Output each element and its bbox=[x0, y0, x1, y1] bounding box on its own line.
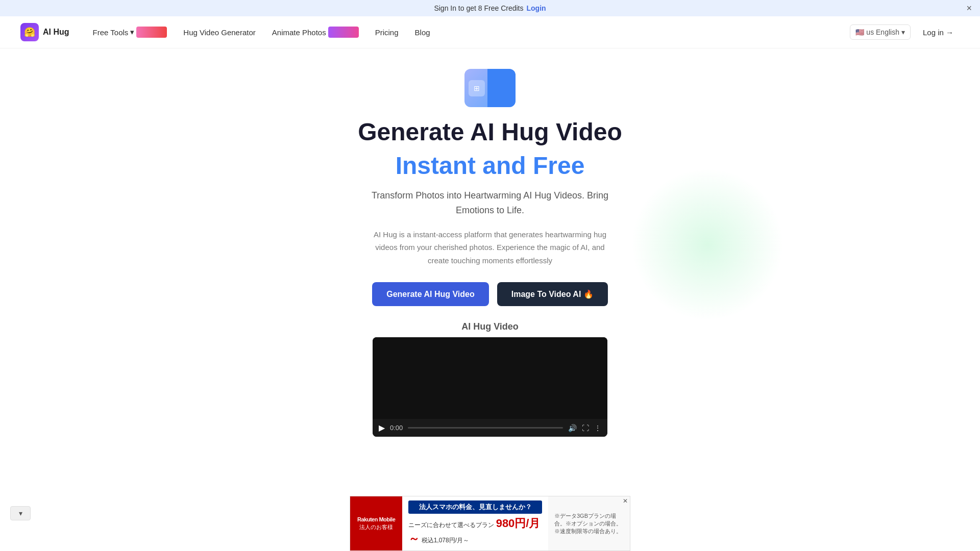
nav-animate-photos[interactable]: Animate Photos bbox=[265, 22, 366, 42]
nav-right: 🇺🇸 us English ▾ Log in → bbox=[850, 24, 960, 40]
hero-title-line1: Generate AI Hug Video bbox=[358, 117, 622, 147]
chevron-down-icon: ▾ bbox=[901, 28, 905, 36]
generate-hug-video-button[interactable]: Generate AI Hug Video bbox=[372, 282, 488, 306]
banner-login-link[interactable]: Login bbox=[526, 4, 546, 12]
nav-pricing[interactable]: Pricing bbox=[368, 24, 406, 41]
language-selector[interactable]: 🇺🇸 us English ▾ bbox=[850, 24, 911, 40]
logo-area[interactable]: 🤗 AI Hug bbox=[20, 23, 69, 41]
video-play-button[interactable]: ▶ bbox=[379, 423, 385, 433]
video-volume-button[interactable]: 🔊 bbox=[568, 424, 577, 432]
video-more-button[interactable]: ⋮ bbox=[594, 424, 601, 432]
video-section: AI Hug Video ▶ 0:00 🔊 ⛶ ⋮ bbox=[373, 321, 607, 437]
top-banner: Sign In to get 8 Free Credits Login × bbox=[0, 0, 980, 16]
video-fullscreen-button[interactable]: ⛶ bbox=[582, 424, 589, 432]
banner-text: Sign In to get 8 Free Credits bbox=[434, 4, 523, 12]
logo-text: AI Hug bbox=[43, 28, 69, 37]
video-progress-bar[interactable] bbox=[408, 427, 563, 429]
hero-buttons: Generate AI Hug Video Image To Video AI … bbox=[372, 282, 608, 306]
nav-links: Free Tools ▾ Hug Video Generator Animate… bbox=[86, 22, 846, 42]
navbar: 🤗 AI Hug Free Tools ▾ Hug Video Generato… bbox=[0, 16, 980, 48]
free-tools-badge bbox=[136, 27, 167, 38]
login-button[interactable]: Log in → bbox=[917, 25, 960, 40]
animate-photos-badge bbox=[328, 27, 359, 38]
hero-logo: ⊞ bbox=[464, 69, 516, 107]
chevron-down-icon: ▾ bbox=[130, 28, 134, 37]
hero-subtitle: Transform Photos into Heartwarming AI Hu… bbox=[362, 188, 618, 218]
video-time: 0:00 bbox=[390, 424, 403, 432]
video-screen bbox=[373, 337, 607, 419]
hero-title-line2: Instant and Free bbox=[396, 151, 585, 181]
logo-icon: 🤗 bbox=[20, 23, 39, 41]
flag-icon: 🇺🇸 bbox=[855, 28, 864, 36]
video-label: AI Hug Video bbox=[373, 321, 607, 332]
banner-close-button[interactable]: × bbox=[966, 4, 972, 13]
nav-hug-video[interactable]: Hug Video Generator bbox=[176, 24, 262, 41]
video-controls: ▶ 0:00 🔊 ⛶ ⋮ bbox=[373, 419, 607, 437]
nav-free-tools[interactable]: Free Tools ▾ bbox=[86, 22, 175, 42]
hero-description: AI Hug is a instant-access platform that… bbox=[368, 228, 612, 267]
hero-logo-left-icon: ⊞ bbox=[469, 80, 485, 96]
image-to-video-button[interactable]: Image To Video AI 🔥 bbox=[497, 282, 608, 306]
hero-logo-right-block bbox=[487, 69, 516, 107]
hero-section: ⊞ Generate AI Hug Video Instant and Free… bbox=[0, 48, 980, 447]
nav-blog[interactable]: Blog bbox=[408, 24, 437, 41]
video-player: ▶ 0:00 🔊 ⛶ ⋮ bbox=[373, 337, 607, 437]
